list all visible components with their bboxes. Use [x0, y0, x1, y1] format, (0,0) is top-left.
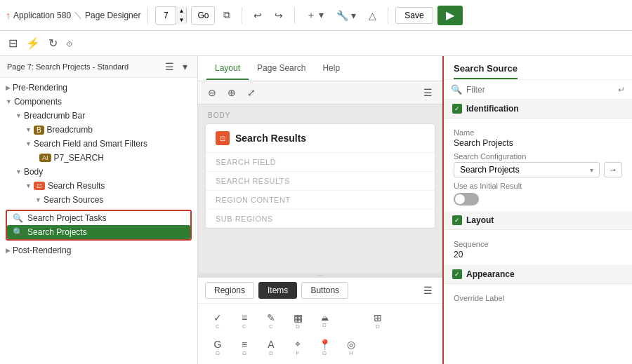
- icon-cell-10[interactable]: AD: [258, 335, 284, 360]
- search-config-row: Search Projects ▾ →: [454, 162, 622, 177]
- search-sources-box: 🔍 Search Project Tasks 🔍 Search Projects: [6, 210, 192, 241]
- chevron-down-button[interactable]: ▾: [180, 60, 190, 73]
- icon-cell-12[interactable]: 📍G: [312, 335, 337, 360]
- more-button[interactable]: ☰: [421, 86, 435, 100]
- bottom-tabs-bar: Regions Items Buttons ☰: [198, 277, 442, 303]
- icon-cell-3[interactable]: ▦D: [285, 308, 310, 333]
- main-layout: Page 7: Search Projects - Standard ☰ ▾ ▶…: [0, 56, 632, 364]
- left-panel-header: Page 7: Search Projects - Standard ☰ ▾: [0, 56, 197, 78]
- body-label-canvas: BODY: [205, 112, 435, 119]
- toggle-knob: [455, 194, 465, 204]
- filter-input[interactable]: [466, 85, 614, 95]
- canvas-area: BODY ⊡ Search Results SEARCH FIELD SEARC…: [198, 105, 442, 273]
- refresh-icon[interactable]: ↻: [48, 36, 58, 50]
- regions-tab[interactable]: Regions: [205, 282, 254, 299]
- search-source-projects[interactable]: 🔍 Search Projects: [7, 225, 190, 239]
- tree-item-breadcrumb-bar[interactable]: ▼ Breadcrumb Bar: [0, 109, 197, 123]
- icon-cell-9[interactable]: ≡G: [232, 335, 257, 360]
- icon-cell-4[interactable]: ⛰D: [312, 308, 337, 333]
- search-results-label: Search Results: [48, 181, 105, 191]
- items-tab[interactable]: Items: [258, 282, 297, 299]
- save-button[interactable]: Save: [395, 7, 433, 24]
- identification-section-header[interactable]: ✓ Identification: [444, 100, 632, 119]
- zoom-in-button[interactable]: ⊕: [225, 86, 239, 100]
- share2-icon[interactable]: ⟐: [66, 37, 73, 50]
- chevron-search-field: ▼: [25, 140, 32, 147]
- app-breadcrumb: ↑ Application 580 ＼ Page Designer: [6, 9, 140, 21]
- tree-item-search-results[interactable]: ▼ ⊡ Search Results: [0, 179, 197, 193]
- layout-icon[interactable]: ⊟: [8, 36, 18, 50]
- chevron-body: ▼: [15, 168, 22, 175]
- page-number-control[interactable]: 7 ▲ ▼: [155, 6, 187, 25]
- p7-search-icon: AI: [39, 154, 51, 162]
- page-number-input[interactable]: 7: [156, 11, 176, 20]
- right-panel-header: Search Source: [444, 56, 632, 80]
- tree-area: ▶ Pre-Rendering ▼ Components ▼ Breadcrum…: [0, 78, 197, 364]
- sequence-value: 20: [454, 250, 622, 259]
- search-field-label: Search Field and Smart Filters: [34, 139, 147, 149]
- search-source-tasks-label: Search Project Tasks: [27, 213, 107, 223]
- go-button[interactable]: Go: [191, 6, 215, 25]
- icon-cell-2[interactable]: ✎C: [258, 308, 284, 333]
- icon-cell-11[interactable]: ⌖F: [285, 335, 310, 360]
- search-source-tasks[interactable]: 🔍 Search Project Tasks: [7, 211, 190, 225]
- tree-item-search-field[interactable]: ▼ Search Field and Smart Filters: [0, 137, 197, 151]
- second-toolbar: ⊟ ⚡ ↻ ⟐: [0, 31, 632, 56]
- lightning-icon[interactable]: ⚡: [26, 36, 40, 50]
- icon-cell-14[interactable]: [365, 335, 390, 360]
- plus-button[interactable]: ＋ ▾: [302, 6, 328, 25]
- region-icon: ⊡: [216, 131, 230, 145]
- tab-layout[interactable]: Layout: [206, 58, 249, 80]
- zoom-out-button[interactable]: ⊖: [205, 86, 219, 100]
- tree-item-p7-search[interactable]: AI P7_SEARCH: [0, 151, 197, 165]
- search-config-dropdown[interactable]: Search Projects ▾: [454, 162, 600, 177]
- run-button[interactable]: ▶: [437, 6, 463, 25]
- bottom-more-button[interactable]: ☰: [421, 283, 435, 297]
- tree-item-breadcrumb[interactable]: ▼ B Breadcrumb: [0, 123, 197, 137]
- search-source-tasks-icon: 🔍: [13, 213, 23, 223]
- tree-item-body[interactable]: ▼ Body: [0, 165, 197, 179]
- name-field-value: Search Projects: [454, 138, 622, 148]
- icon-cell-15[interactable]: [392, 335, 417, 360]
- region-title: Search Results: [235, 133, 306, 144]
- icon-cell-8[interactable]: GG: [205, 335, 230, 360]
- filter-action-icon[interactable]: ↵: [618, 85, 625, 95]
- canvas-row-sub-regions: SUB REGIONS: [206, 210, 435, 228]
- app-up-icon: ↑: [6, 10, 11, 21]
- expand-button[interactable]: ⤢: [244, 86, 258, 100]
- use-initial-result-toggle[interactable]: [454, 193, 479, 205]
- tab-help[interactable]: Help: [314, 58, 348, 80]
- tree-item-post-rendering[interactable]: ▶ Post-Rendering: [0, 243, 197, 257]
- tree-item-pre-rendering[interactable]: ▶ Pre-Rendering: [0, 81, 197, 95]
- layout-section-header[interactable]: ✓ Layout: [444, 211, 632, 230]
- redo-button[interactable]: ↪: [270, 7, 287, 24]
- icon-cell-7[interactable]: [392, 308, 417, 333]
- copy-icon-button[interactable]: ⧉: [219, 6, 235, 24]
- p7-search-label: P7_SEARCH: [54, 153, 104, 163]
- undo-button[interactable]: ↩: [249, 7, 266, 24]
- page-title: Page 7: Search Projects - Standard: [7, 62, 129, 71]
- tree-item-search-sources[interactable]: ▼ Search Sources: [0, 193, 197, 207]
- icon-cell-0[interactable]: ✓C: [205, 308, 230, 333]
- top-bar: ↑ Application 580 ＼ Page Designer 7 ▲ ▼ …: [0, 0, 632, 31]
- icon-cell-5[interactable]: [338, 308, 364, 333]
- right-panel: Search Source 🔍 ↵ ✓ Identification Name …: [442, 56, 632, 364]
- divider-2: [242, 7, 242, 24]
- tree-item-components[interactable]: ▼ Components: [0, 95, 197, 109]
- page-num-down[interactable]: ▼: [176, 15, 186, 25]
- wrench-button[interactable]: 🔧 ▾: [332, 7, 360, 24]
- hamburger-button[interactable]: ☰: [162, 60, 177, 73]
- share-button[interactable]: △: [364, 7, 381, 24]
- page-num-up[interactable]: ▲: [176, 6, 186, 15]
- buttons-tab[interactable]: Buttons: [301, 282, 348, 299]
- icon-cell-1[interactable]: ≡C: [232, 308, 257, 333]
- icon-cell-13[interactable]: ◎H: [338, 335, 364, 360]
- tab-page-search[interactable]: Page Search: [249, 58, 314, 80]
- center-toolbar: ⊖ ⊕ ⤢ ☰: [198, 81, 442, 105]
- page-designer-label: Page Designer: [85, 11, 140, 20]
- appearance-section-header[interactable]: ✓ Appearance: [444, 265, 632, 284]
- icon-cell-6[interactable]: ⊞D: [365, 308, 390, 333]
- search-config-value: Search Projects: [460, 165, 590, 175]
- identification-checkbox: ✓: [452, 104, 462, 114]
- search-config-nav-button[interactable]: →: [604, 162, 622, 177]
